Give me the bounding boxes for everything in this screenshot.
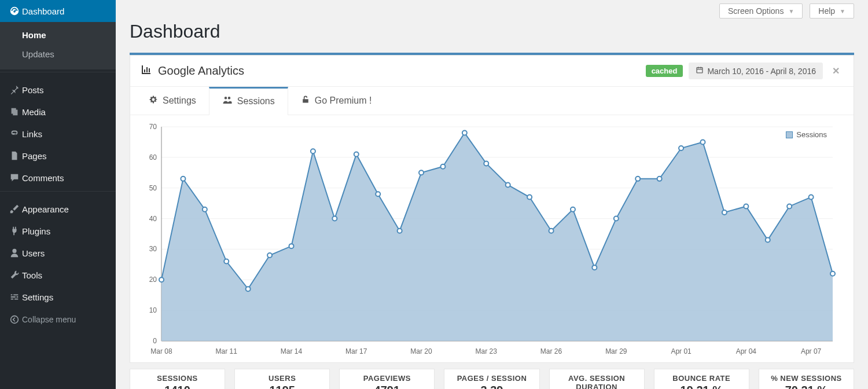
sidebar-item-label: Settings bbox=[22, 292, 53, 302]
svg-text:Mar 11: Mar 11 bbox=[216, 347, 238, 355]
stat-card[interactable]: SESSIONS1410 bbox=[130, 369, 225, 389]
svg-rect-1 bbox=[697, 68, 703, 73]
tab-label: Settings bbox=[163, 96, 196, 106]
sidebar-item-links[interactable]: Links bbox=[0, 123, 116, 145]
cached-badge: cached bbox=[646, 65, 683, 77]
page-title: Dashboard bbox=[130, 21, 854, 42]
stat-card[interactable]: USERS1195 bbox=[234, 369, 330, 389]
stat-label: AVG. SESSION DURATION bbox=[554, 374, 639, 389]
sidebar-subitem-updates[interactable]: Updates bbox=[0, 45, 116, 64]
sidebar-item-comments[interactable]: Comments bbox=[0, 167, 116, 189]
sidebar-item-label: Media bbox=[22, 107, 46, 117]
sidebar-item-media[interactable]: Media bbox=[0, 101, 116, 123]
chart-svg: 010203040506070Mar 08Mar 11Mar 14Mar 17M… bbox=[138, 121, 844, 358]
svg-point-60 bbox=[787, 204, 792, 208]
stat-card[interactable]: PAGEVIEWS4791 bbox=[339, 369, 435, 389]
svg-point-46 bbox=[484, 161, 488, 166]
sidebar-item-label: Posts bbox=[22, 85, 44, 95]
comment-icon bbox=[7, 173, 22, 183]
stat-label: BOUNCE RATE bbox=[659, 374, 744, 383]
stat-card[interactable]: BOUNCE RATE19.21 % bbox=[654, 369, 749, 389]
svg-point-44 bbox=[440, 164, 445, 169]
stat-value: 4791 bbox=[344, 384, 429, 389]
stat-label: PAGEVIEWS bbox=[344, 374, 429, 383]
admin-sidebar: Dashboard Home Updates Posts Media Links bbox=[0, 0, 116, 389]
top-bar: Screen Options ▼ Help ▼ bbox=[130, 0, 854, 19]
unlock-icon bbox=[301, 95, 310, 107]
svg-point-47 bbox=[506, 182, 510, 187]
svg-point-58 bbox=[744, 204, 748, 208]
svg-text:Apr 01: Apr 01 bbox=[671, 347, 692, 355]
svg-point-49 bbox=[549, 229, 554, 233]
sliders-icon bbox=[7, 292, 22, 302]
gear-icon bbox=[149, 95, 158, 107]
tab-sessions[interactable]: Sessions bbox=[209, 87, 288, 115]
svg-point-39 bbox=[332, 216, 337, 221]
wrench-icon bbox=[7, 270, 22, 280]
svg-point-50 bbox=[571, 207, 575, 212]
svg-point-42 bbox=[398, 229, 402, 233]
stats-row: SESSIONS1410USERS1195PAGEVIEWS4791PAGES … bbox=[130, 369, 854, 389]
svg-text:30: 30 bbox=[149, 245, 157, 253]
svg-point-55 bbox=[679, 146, 683, 151]
stat-value: 70.21 % bbox=[764, 384, 849, 389]
svg-point-56 bbox=[700, 140, 705, 144]
svg-text:Mar 26: Mar 26 bbox=[540, 347, 562, 355]
svg-text:60: 60 bbox=[149, 153, 157, 162]
sidebar-item-label: Dashboard bbox=[22, 6, 64, 16]
svg-text:20: 20 bbox=[149, 276, 157, 284]
svg-text:40: 40 bbox=[149, 215, 157, 223]
svg-point-48 bbox=[527, 195, 532, 200]
stat-label: SESSIONS bbox=[135, 374, 220, 383]
stat-card[interactable]: % NEW SESSIONS70.21 % bbox=[759, 369, 854, 389]
sidebar-item-appearance[interactable]: Appearance bbox=[0, 198, 116, 220]
calendar-icon bbox=[696, 66, 704, 76]
screen-options-label: Screen Options bbox=[728, 6, 784, 16]
stat-card[interactable]: PAGES / SESSION3.39 bbox=[444, 369, 539, 389]
svg-text:Mar 08: Mar 08 bbox=[150, 347, 172, 355]
widget-tabs: Settings Sessions Go Premium ! bbox=[130, 87, 854, 115]
date-range-picker[interactable]: March 10, 2016 - April 8, 2016 bbox=[689, 63, 823, 79]
svg-point-51 bbox=[592, 265, 597, 270]
svg-text:Mar 17: Mar 17 bbox=[345, 347, 367, 355]
analytics-widget: Google Analytics cached March 10, 2016 -… bbox=[130, 55, 854, 363]
sessions-chart: Sessions 010203040506070Mar 08Mar 11Mar … bbox=[130, 115, 854, 362]
widget-title: Google Analytics bbox=[158, 64, 244, 78]
sidebar-item-settings[interactable]: Settings bbox=[0, 286, 116, 308]
sidebar-item-dashboard[interactable]: Dashboard bbox=[0, 0, 116, 22]
sidebar-item-tools[interactable]: Tools bbox=[0, 264, 116, 286]
legend-label: Sessions bbox=[796, 130, 827, 139]
date-range-label: March 10, 2016 - April 8, 2016 bbox=[707, 67, 816, 76]
sidebar-item-label: Appearance bbox=[22, 204, 69, 214]
legend-swatch bbox=[786, 131, 793, 138]
sidebar-item-plugins[interactable]: Plugins bbox=[0, 220, 116, 242]
svg-point-36 bbox=[267, 253, 272, 258]
stat-card[interactable]: AVG. SESSION DURATION00:01:50 bbox=[549, 369, 645, 389]
main-content: Screen Options ▼ Help ▼ Dashboard Google… bbox=[116, 0, 868, 389]
svg-point-32 bbox=[181, 177, 185, 181]
sidebar-item-pages[interactable]: Pages bbox=[0, 145, 116, 167]
brush-icon bbox=[7, 204, 22, 214]
sidebar-item-label: Links bbox=[22, 129, 42, 139]
sidebar-submenu-dashboard: Home Updates bbox=[0, 22, 116, 69]
sidebar-item-users[interactable]: Users bbox=[0, 242, 116, 264]
svg-point-41 bbox=[376, 192, 380, 196]
link-icon bbox=[7, 129, 22, 139]
svg-point-33 bbox=[203, 207, 207, 212]
screen-options-button[interactable]: Screen Options ▼ bbox=[719, 3, 803, 19]
svg-point-35 bbox=[246, 287, 251, 291]
sidebar-item-posts[interactable]: Posts bbox=[0, 79, 116, 101]
sidebar-subitem-home[interactable]: Home bbox=[0, 25, 116, 45]
svg-point-34 bbox=[224, 259, 229, 264]
stat-label: USERS bbox=[240, 374, 325, 383]
svg-point-38 bbox=[311, 149, 315, 153]
svg-point-45 bbox=[462, 131, 467, 135]
collapse-menu-button[interactable]: Collapse menu bbox=[0, 308, 116, 331]
help-button[interactable]: Help ▼ bbox=[810, 3, 854, 19]
close-icon[interactable]: ✕ bbox=[829, 65, 843, 76]
svg-text:10: 10 bbox=[149, 306, 157, 314]
tab-premium[interactable]: Go Premium ! bbox=[288, 87, 385, 115]
svg-point-59 bbox=[766, 238, 770, 243]
tab-settings[interactable]: Settings bbox=[136, 87, 209, 115]
stat-label: % NEW SESSIONS bbox=[764, 374, 849, 383]
